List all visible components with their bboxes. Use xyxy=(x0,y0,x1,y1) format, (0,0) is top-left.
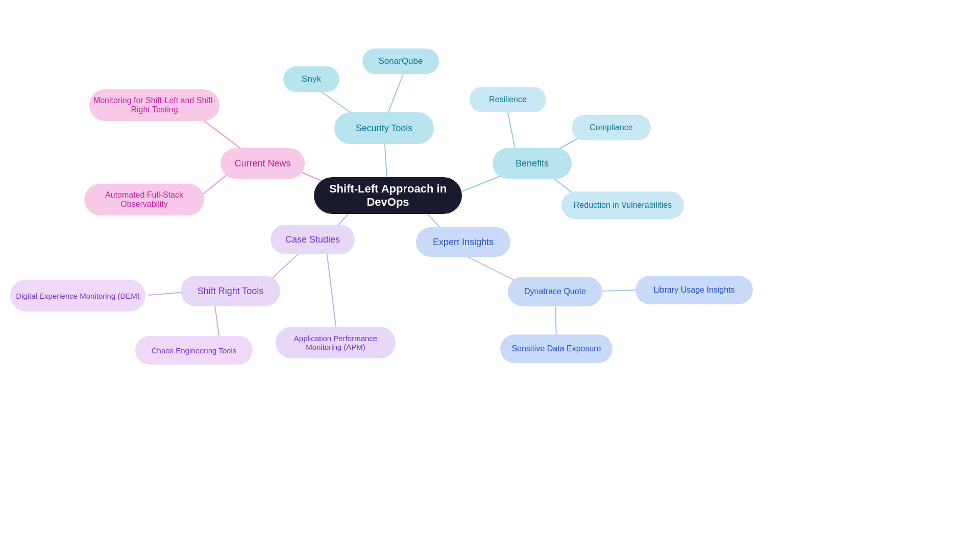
center-label: Shift-Left Approach in DevOps xyxy=(314,182,462,209)
sonarqube-label: SonarQube xyxy=(379,56,423,66)
sonarqube-node[interactable]: SonarQube xyxy=(362,49,439,74)
svg-line-17 xyxy=(602,290,637,291)
benefits-label: Benefits xyxy=(516,158,549,169)
case-studies-label: Case Studies xyxy=(285,234,340,245)
svg-line-8 xyxy=(204,121,245,152)
security-tools-node[interactable]: Security Tools xyxy=(334,112,434,144)
svg-line-4 xyxy=(508,112,516,151)
svg-line-15 xyxy=(327,251,337,334)
dynatrace-node[interactable]: Dynatrace Quote xyxy=(508,277,602,306)
dem-node[interactable]: Digital Experience Monitoring (DEM) xyxy=(10,280,145,311)
reduction-node[interactable]: Reduction in Vulnerabilities xyxy=(561,191,684,219)
resilience-label: Resilience xyxy=(489,95,527,104)
monitoring-label: Monitoring for Shift-Left and Shift-Righ… xyxy=(89,96,219,114)
sensitive-node[interactable]: Sensitive Data Exposure xyxy=(500,334,612,363)
current-news-label: Current News xyxy=(234,158,290,169)
security-tools-label: Security Tools xyxy=(356,123,413,134)
dem-label: Digital Experience Monitoring (DEM) xyxy=(16,292,140,300)
automated-label: Automated Full-Stack Observability xyxy=(84,190,204,209)
svg-line-2 xyxy=(388,74,403,113)
dynatrace-label: Dynatrace Quote xyxy=(524,287,586,296)
expert-insights-label: Expert Insights xyxy=(433,237,494,248)
compliance-node[interactable]: Compliance xyxy=(572,115,651,140)
chaos-node[interactable]: Chaos Engineering Tools xyxy=(135,336,253,365)
center-node[interactable]: Shift-Left Approach in DevOps xyxy=(314,177,462,214)
case-studies-node[interactable]: Case Studies xyxy=(271,225,355,254)
apm-node[interactable]: Application Performance Monitoring (APM) xyxy=(276,327,396,358)
benefits-node[interactable]: Benefits xyxy=(493,148,572,179)
automated-node[interactable]: Automated Full-Stack Observability xyxy=(84,184,204,215)
expert-insights-node[interactable]: Expert Insights xyxy=(416,227,510,257)
reduction-label: Reduction in Vulnerabilities xyxy=(574,201,672,210)
library-node[interactable]: Library Usage Insights xyxy=(635,276,753,304)
shift-right-label: Shift Right Tools xyxy=(198,286,264,297)
monitoring-node[interactable]: Monitoring for Shift-Left and Shift-Righ… xyxy=(89,89,219,121)
library-label: Library Usage Insights xyxy=(653,285,734,295)
snyk-label: Snyk xyxy=(302,74,321,84)
snyk-node[interactable]: Snyk xyxy=(283,66,339,92)
svg-line-18 xyxy=(555,306,556,337)
sensitive-label: Sensitive Data Exposure xyxy=(511,344,601,353)
current-news-node[interactable]: Current News xyxy=(220,148,305,179)
compliance-label: Compliance xyxy=(590,123,632,132)
svg-line-14 xyxy=(214,301,219,340)
chaos-label: Chaos Engineering Tools xyxy=(152,346,237,355)
shift-right-node[interactable]: Shift Right Tools xyxy=(181,276,280,306)
apm-label: Application Performance Monitoring (APM) xyxy=(276,334,396,351)
resilience-node[interactable]: Resilience xyxy=(470,87,546,112)
